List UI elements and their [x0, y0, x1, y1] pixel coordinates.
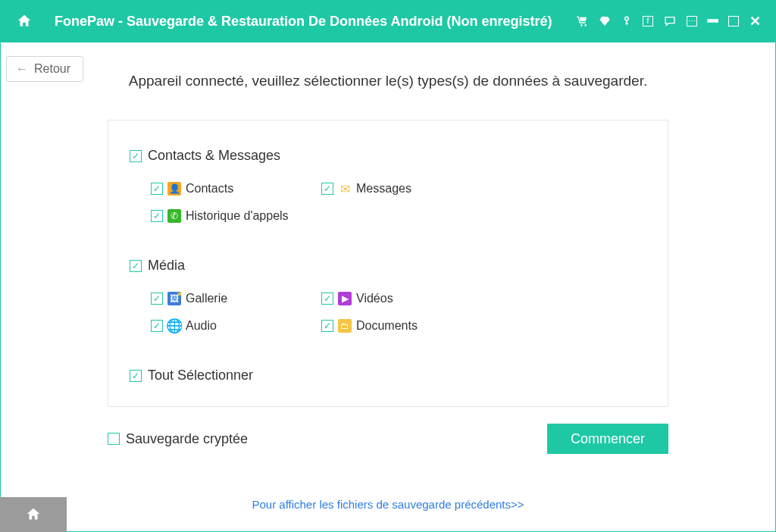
checkbox-contacts[interactable]: ✓: [151, 183, 163, 195]
select-all-label: Tout Sélectionner: [148, 368, 253, 383]
select-all-row: ✓ Tout Sélectionner: [130, 368, 646, 383]
item-label: Audio: [186, 319, 217, 333]
key-icon[interactable]: [621, 15, 632, 27]
item-label: Messages: [356, 182, 411, 196]
phone-icon: ✆: [167, 209, 181, 223]
item-gallery: ✓ 🖼 Gallerie: [151, 292, 321, 305]
svg-point-0: [625, 17, 629, 20]
checkbox-media[interactable]: ✓: [130, 260, 142, 272]
system-icons: f ⋯ ━ ✕: [576, 13, 761, 30]
videos-icon: ▶: [338, 292, 352, 305]
facebook-icon[interactable]: f: [643, 16, 653, 27]
section-title: Média: [148, 258, 185, 274]
section-title: Contacts & Messages: [148, 148, 280, 164]
home-icon: [25, 506, 42, 523]
close-icon[interactable]: ✕: [749, 13, 761, 30]
encrypt-label: Sauvegarde cryptée: [126, 431, 248, 447]
item-contacts: ✓ 👤 Contacts: [151, 182, 321, 196]
app-title: FonePaw - Sauvegarde & Restauration De D…: [55, 14, 576, 30]
item-label: Vidéos: [356, 292, 393, 305]
checkbox-select-all[interactable]: ✓: [130, 370, 142, 382]
checkbox-contacts-messages[interactable]: ✓: [130, 150, 142, 162]
gallery-icon: 🖼: [167, 292, 181, 305]
back-label: Retour: [34, 62, 70, 76]
previous-backups-row: Pour afficher les fichiers de sauvegarde…: [0, 498, 776, 512]
checkbox-gallery[interactable]: ✓: [151, 293, 163, 305]
feedback-icon[interactable]: [664, 15, 676, 27]
item-call-history: ✓ ✆ Historique d'appels: [151, 209, 321, 223]
selection-panel: ✓ Contacts & Messages ✓ 👤 Contacts ✓ ✉ M…: [108, 120, 668, 407]
instruction-text: Appareil connecté, veuillez sélectionner…: [0, 42, 776, 89]
checkbox-messages[interactable]: ✓: [321, 183, 333, 195]
encrypt-option: ✓ Sauvegarde cryptée: [108, 431, 248, 447]
section-contacts-messages: ✓ Contacts & Messages: [130, 148, 646, 164]
checkbox-documents[interactable]: ✓: [321, 320, 333, 332]
arrow-left-icon: ←: [16, 62, 28, 76]
item-label: Gallerie: [186, 292, 227, 305]
documents-icon: 🗀: [338, 319, 352, 333]
checkbox-call-history[interactable]: ✓: [151, 210, 163, 222]
bottom-home-tab[interactable]: [0, 497, 67, 532]
cart-icon[interactable]: [576, 15, 588, 27]
messages-icon: ✉: [338, 182, 352, 196]
item-label: Documents: [356, 319, 418, 333]
back-button[interactable]: ← Retour: [6, 56, 83, 82]
item-label: Historique d'appels: [186, 209, 289, 223]
home-icon[interactable]: [15, 12, 33, 30]
title-bar: FonePaw - Sauvegarde & Restauration De D…: [0, 0, 776, 42]
previous-backups-link[interactable]: Pour afficher les fichiers de sauvegarde…: [252, 498, 524, 511]
item-audio: ✓ 🌐 Audio: [151, 319, 321, 333]
start-button[interactable]: Commencer: [547, 424, 668, 454]
checkbox-videos[interactable]: ✓: [321, 293, 333, 305]
audio-icon: 🌐: [167, 319, 181, 333]
maximize-icon[interactable]: [728, 16, 739, 27]
checkbox-encrypt[interactable]: ✓: [108, 433, 120, 445]
item-label: Contacts: [186, 182, 233, 196]
item-messages: ✓ ✉ Messages: [321, 182, 492, 196]
item-documents: ✓ 🗀 Documents: [321, 319, 492, 333]
content-area: ← Retour Appareil connecté, veuillez sél…: [0, 42, 776, 512]
more-icon[interactable]: ⋯: [687, 16, 697, 27]
item-videos: ✓ ▶ Vidéos: [321, 292, 492, 305]
contacts-icon: 👤: [167, 182, 181, 196]
action-row: ✓ Sauvegarde cryptée Commencer: [108, 424, 668, 454]
diamond-icon[interactable]: [599, 15, 611, 27]
section-media: ✓ Média: [130, 258, 646, 274]
checkbox-audio[interactable]: ✓: [151, 320, 163, 332]
